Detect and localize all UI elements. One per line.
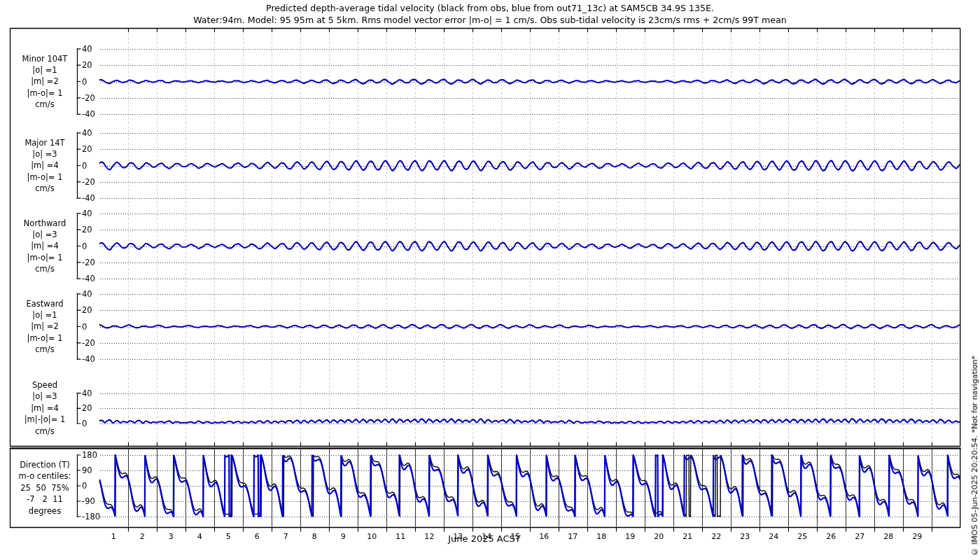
panel-label-north: Northward |o| =3 |m| =4 |m-o|= 1 cm/s [1,218,88,275]
panel-label-major: Major 14T |o| =3 |m| =4 |m-o|= 1 cm/s [1,137,88,195]
ytick-label-north--20: -20 [82,258,95,267]
ytick-label-north-40: 40 [82,209,92,218]
day-tick-label-11: 11 [390,532,411,541]
plot-title-line2: Water:94m. Model: 95 95m at 5 5km. Rms m… [0,15,980,25]
ytick-label-major-20: 20 [82,144,92,154]
panel-label-east: Eastward |o| =1 |m| =2 |m-o|= 1 cm/s [1,298,88,356]
ytick-label-major--40: -40 [82,193,95,203]
day-tick-label-18: 18 [591,532,612,541]
day-tick-label-24: 24 [763,532,784,541]
day-tick-label-5: 5 [218,532,239,541]
ytick-label-east-20: 20 [82,305,92,315]
x-axis-label: June 2025 ACST [442,533,526,544]
ytick-label-east--40: -40 [82,354,95,364]
panel-label-direction: Direction (T) m-o centiles: 25 50 75% -7… [1,459,88,517]
ytick-label-east--20: -20 [82,338,95,348]
day-tick-label-4: 4 [189,532,210,541]
day-tick-label-19: 19 [620,532,640,541]
ytick-label-direction-90: 90 [82,465,92,475]
ytick-label-east-0: 0 [82,322,87,332]
day-tick-label-1: 1 [103,532,124,541]
day-tick-label-10: 10 [361,532,382,541]
ytick-label-minor--20: -20 [82,93,95,103]
day-tick-label-28: 28 [878,532,899,541]
day-tick-label-16: 16 [533,532,554,541]
day-tick-label-27: 27 [849,532,870,541]
ytick-label-north-0: 0 [82,241,87,251]
ytick-label-minor-40: 40 [82,44,92,54]
ytick-label-minor-20: 20 [82,60,92,70]
ytick-label-speed-20: 20 [82,403,92,413]
panel-label-speed: Speed |o| =3 |m| =4 |m|-|o|= 1 cm/s [1,379,88,437]
ytick-label-east-40: 40 [82,289,92,299]
panel-label-minor: Minor 104T |o| =1 |m| =2 |m-o|= 1 cm/s [1,53,88,111]
plot-title-line1: Predicted depth-average tidal velocity (… [0,3,980,13]
day-tick-label-8: 8 [304,532,325,541]
ytick-label-minor--40: -40 [82,109,95,119]
day-tick-label-17: 17 [562,532,583,541]
tidal-velocity-plot-page: Predicted depth-average tidal velocity (… [0,0,980,560]
ytick-label-minor-0: 0 [82,77,87,87]
ytick-label-major-40: 40 [82,128,92,138]
ytick-label-direction--180: -180 [82,512,100,522]
day-tick-label-2: 2 [132,532,153,541]
day-tick-label-9: 9 [332,532,354,541]
day-tick-label-6: 6 [246,532,267,541]
day-tick-label-22: 22 [706,532,727,541]
ytick-label-direction-0: 0 [82,481,87,491]
ytick-label-direction--90: -90 [82,496,95,506]
day-tick-label-23: 23 [734,532,755,541]
day-tick-label-20: 20 [648,532,669,541]
ytick-label-speed-40: 40 [82,388,92,398]
day-tick-label-25: 25 [792,532,813,541]
ytick-label-speed-0: 0 [82,419,87,428]
ytick-label-direction-180: 180 [82,450,97,460]
ytick-label-major-0: 0 [82,161,87,171]
day-tick-label-26: 26 [820,532,841,541]
day-tick-label-21: 21 [677,532,698,541]
copyright-vertical-text: © IMOS 05-Jun-2025 20:20:54. *Not for na… [970,356,979,556]
ytick-label-north--40: -40 [82,274,95,284]
day-tick-label-29: 29 [906,532,927,541]
day-tick-label-3: 3 [160,532,181,541]
ytick-label-north-20: 20 [82,225,92,234]
plot-canvas [0,0,980,560]
day-tick-label-7: 7 [275,532,296,541]
day-tick-label-12: 12 [419,532,440,541]
ytick-label-major--20: -20 [82,177,95,187]
